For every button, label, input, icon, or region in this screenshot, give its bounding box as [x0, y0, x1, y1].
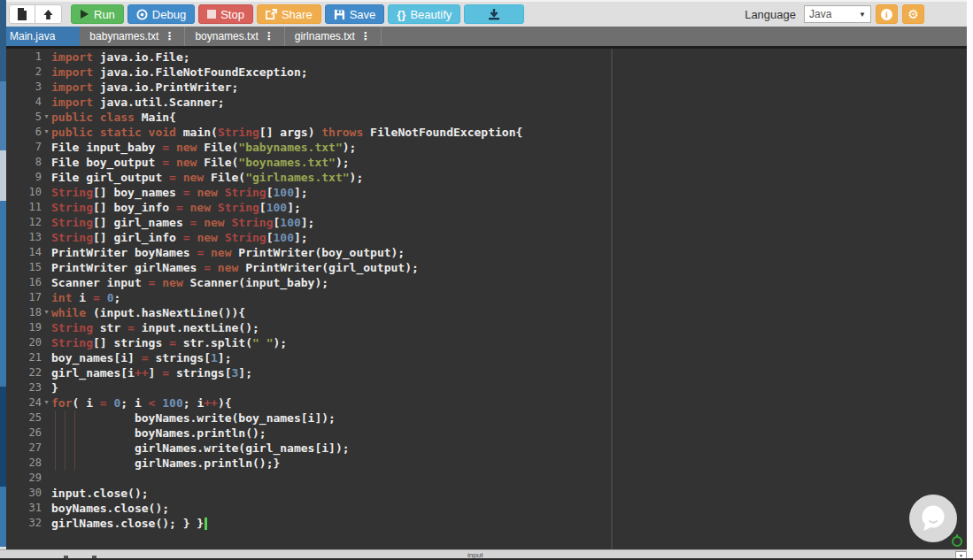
line-number: 26 [6, 426, 42, 441]
code-text: String[] boy_names = new String[100]; [51, 185, 308, 200]
left-scrollbar[interactable] [0, 0, 6, 560]
code-line[interactable]: 8File boy_output = new File("boynames.tx… [6, 155, 967, 170]
save-button[interactable]: Save [325, 4, 385, 24]
fold-arrow-icon[interactable]: ▾ [42, 110, 51, 125]
code-line[interactable]: 10String[] boy_names = new String[100]; [6, 185, 967, 200]
code-text: File input_baby = new File("babynames.tx… [51, 140, 356, 155]
code-line[interactable]: 5▾public class Main{ [6, 110, 967, 125]
fold-gutter [42, 335, 51, 350]
editor-tab[interactable]: girlnames.txt⋮ [285, 27, 382, 46]
code-line[interactable]: 9File girl_output = new File("girlnames.… [6, 170, 967, 185]
code-line[interactable]: 1import java.io.File; [6, 50, 967, 65]
indent-guide [74, 410, 75, 471]
code-line[interactable]: 25 boyNames.write(boy_names[i]); [6, 410, 967, 426]
resize-grip-icon[interactable] [952, 536, 962, 547]
code-text: while (input.hasNextLine()){ [51, 305, 245, 320]
beautify-button[interactable]: {} Beautify [388, 4, 460, 24]
code-line[interactable]: 7File input_baby = new File("babynames.t… [6, 140, 967, 155]
code-line[interactable]: 26 boyNames.println(); [6, 426, 967, 441]
editor-tab[interactable]: boynames.txt⋮ [185, 27, 284, 46]
code-line[interactable]: 23} [6, 380, 967, 395]
line-number: 12 [6, 215, 42, 230]
new-file-button[interactable] [9, 4, 35, 24]
editor-tab[interactable]: Main.java [0, 27, 80, 46]
code-line[interactable]: 31boyNames.close(); [6, 501, 967, 516]
tab-menu-icon[interactable]: ⋮ [264, 31, 274, 42]
code-line[interactable]: 22girl_names[i++] = strings[3]; [6, 365, 967, 380]
code-text: boyNames.close(); [51, 501, 169, 516]
line-number: 24 [6, 395, 42, 410]
file-icon [17, 8, 27, 20]
code-line[interactable]: 20String[] strings = str.split(" "); [6, 335, 967, 350]
code-line[interactable]: 27 girlNames.write(girl_names[i]); [6, 441, 967, 456]
code-line[interactable]: 28 girlNames.println();} [6, 456, 967, 471]
code-line[interactable]: 17int i = 0; [6, 290, 967, 305]
code-line[interactable]: 13String[] girl_info = new String[100]; [6, 230, 967, 245]
debug-button-label: Debug [152, 8, 186, 21]
code-line[interactable]: 18▾while (input.hasNextLine()){ [6, 305, 967, 320]
code-text: PrintWriter girlNames = new PrintWriter(… [51, 260, 419, 275]
tab-menu-icon[interactable]: ⋮ [164, 31, 174, 42]
share-button[interactable]: Share [257, 4, 321, 24]
fold-gutter [42, 350, 51, 365]
code-text: public class Main{ [51, 110, 176, 125]
code-line[interactable]: 24▾for( i = 0; i < 100; i++){ [6, 395, 967, 410]
save-button-label: Save [350, 8, 376, 21]
indent-guide [65, 410, 66, 471]
line-number: 18 [6, 305, 42, 320]
code-editor[interactable]: 1import java.io.File;2import java.io.Fil… [6, 49, 967, 549]
code-line[interactable]: 19String str = input.nextLine(); [6, 320, 967, 335]
code-text: int i = 0; [51, 290, 120, 305]
download-button[interactable] [464, 4, 524, 24]
language-label: Language [745, 8, 796, 21]
code-line[interactable]: 12String[] girl_names = new String[100]; [6, 215, 967, 230]
debug-button[interactable]: Debug [127, 4, 195, 24]
settings-button[interactable]: ⚙ [902, 4, 924, 24]
fold-gutter [42, 365, 51, 380]
fold-gutter [42, 185, 51, 200]
line-number: 28 [6, 456, 42, 471]
upload-button[interactable] [35, 4, 62, 24]
code-line[interactable]: 21boy_names[i] = strings[1]; [6, 350, 967, 365]
code-text: import java.io.FileNotFoundException; [51, 65, 308, 80]
panel-dropdown-button[interactable]: ▼ [955, 551, 967, 558]
code-text: Scanner input = new Scanner(input_baby); [51, 275, 328, 290]
play-icon [80, 9, 89, 19]
language-select[interactable]: Java ▼ [804, 5, 871, 23]
line-number: 3 [6, 80, 42, 95]
code-line[interactable]: 4import java.util.Scanner; [6, 95, 967, 110]
code-text: PrintWriter boyNames = new PrintWriter(b… [51, 245, 405, 260]
toolbar: Run Debug Stop Share Save {} [0, 0, 973, 27]
fold-arrow-icon[interactable]: ▾ [42, 395, 51, 410]
code-line[interactable]: 15PrintWriter girlNames = new PrintWrite… [6, 260, 967, 275]
fold-gutter [42, 410, 51, 426]
right-scrollbar[interactable] [967, 0, 973, 560]
chat-fab-button[interactable] [909, 495, 957, 542]
fold-arrow-icon[interactable]: ▾ [42, 125, 51, 140]
code-line[interactable]: 16Scanner input = new Scanner(input_baby… [6, 275, 967, 290]
code-text: String[] strings = str.split(" "); [51, 335, 287, 350]
code-text: for( i = 0; i < 100; i++){ [51, 395, 232, 410]
editor-tab[interactable]: babynames.txt⋮ [80, 27, 185, 46]
info-button[interactable]: i [876, 4, 898, 24]
upload-icon [42, 9, 54, 20]
code-line[interactable]: 2import java.io.FileNotFoundException; [6, 65, 967, 80]
code-line[interactable]: 14PrintWriter boyNames = new PrintWriter… [6, 245, 967, 260]
code-line[interactable]: 11String[] boy_info = new String[100]; [6, 200, 967, 215]
indent-guide [55, 410, 56, 471]
line-number: 29 [6, 471, 42, 486]
line-number: 19 [6, 320, 42, 335]
code-line[interactable]: 29 [6, 471, 967, 486]
line-number: 6 [6, 125, 42, 140]
code-line[interactable]: 6▾public static void main(String[] args)… [6, 125, 967, 140]
run-button[interactable]: Run [71, 4, 124, 24]
toolbar-right-group: Language Java ▼ i ⚙ [745, 4, 924, 24]
code-line[interactable]: 32girlNames.close(); } } [6, 516, 967, 531]
fold-gutter [42, 380, 51, 395]
code-line[interactable]: 30input.close(); [6, 486, 967, 501]
code-line[interactable]: 3import java.io.PrintWriter; [6, 80, 967, 95]
tab-menu-icon[interactable]: ⋮ [360, 31, 371, 42]
fold-arrow-icon[interactable]: ▾ [42, 305, 51, 320]
stop-button[interactable]: Stop [198, 4, 253, 24]
fold-gutter [42, 230, 51, 245]
